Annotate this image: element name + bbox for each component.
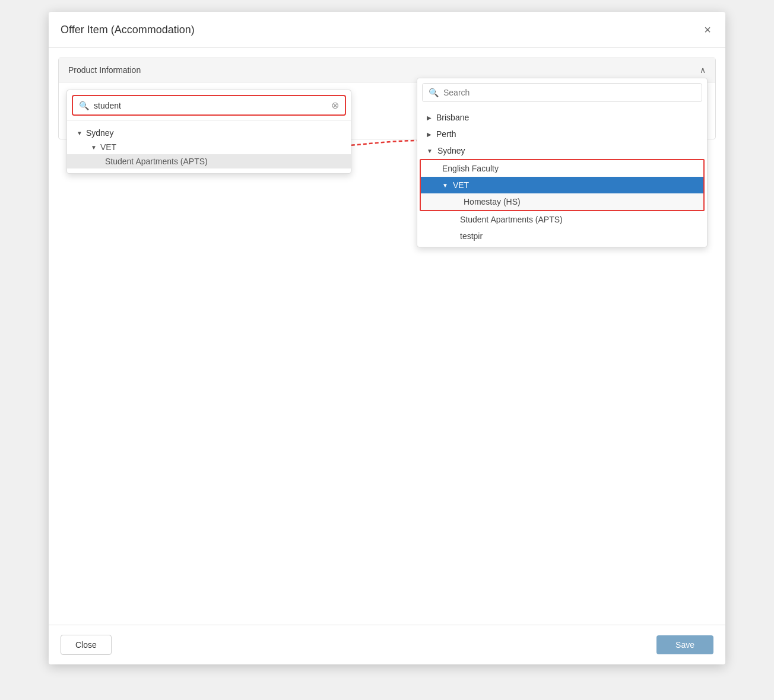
left-tree-sydney[interactable]: ▼ Sydney	[67, 126, 351, 140]
brisbane-label: Brisbane	[436, 113, 469, 122]
save-button[interactable]: Save	[656, 635, 713, 654]
modal-body: Product Information ∧ *Product ▾ 🔍 ⊗	[49, 48, 725, 625]
search-icon-right: 🔍	[429, 88, 439, 97]
vet-label-right: VET	[453, 180, 469, 190]
right-search-box: 🔍	[422, 83, 702, 102]
collapse-icon[interactable]: ∧	[700, 65, 706, 75]
right-tree-perth[interactable]: ▶ Perth	[417, 126, 707, 142]
right-tree-sydney[interactable]: ▼ Sydney	[417, 142, 707, 159]
vet-arrow-right: ▼	[442, 182, 448, 189]
right-search-input[interactable]	[443, 88, 696, 97]
right-tree-testpir[interactable]: testpir	[417, 228, 707, 244]
modal-title: Offer Item (Accommodation)	[61, 24, 195, 36]
close-button[interactable]: Close	[61, 635, 112, 655]
left-dropdown: 🔍 ⊗ ▼ Sydney ▼ VET Student Apartments (A…	[66, 90, 351, 174]
left-tree-student-apts[interactable]: Student Apartments (APTS)	[67, 154, 351, 168]
highlighted-section: English Faculty ▼ VET Homestay (HS)	[420, 159, 705, 211]
left-tree-vet[interactable]: ▼ VET	[67, 140, 351, 154]
perth-label: Perth	[436, 129, 456, 139]
sydney-label-right: Sydney	[437, 146, 465, 155]
left-search-box: 🔍 ⊗	[72, 95, 346, 116]
right-tree-english-faculty[interactable]: English Faculty	[421, 160, 703, 177]
perth-arrow: ▶	[427, 131, 432, 138]
left-tree: ▼ Sydney ▼ VET Student Apartments (APTS)	[67, 121, 351, 173]
vet-arrow-left: ▼	[91, 144, 97, 151]
left-search-wrapper: 🔍 ⊗	[67, 90, 351, 121]
brisbane-arrow: ▶	[427, 114, 432, 121]
search-icon-left: 🔍	[79, 101, 89, 110]
modal-header: Offer Item (Accommodation) ×	[49, 12, 725, 48]
right-tree-vet-selected[interactable]: ▼ VET	[421, 177, 703, 193]
sydney-label: Sydney	[86, 128, 114, 138]
close-icon-button[interactable]: ×	[702, 21, 713, 38]
sydney-arrow-right: ▼	[427, 148, 433, 154]
modal: Offer Item (Accommodation) × Product Inf…	[49, 12, 725, 664]
right-tree: ▶ Brisbane ▶ Perth ▼ Sydney English Facu…	[417, 107, 707, 247]
sydney-arrow: ▼	[77, 130, 83, 136]
modal-footer: Close Save	[49, 625, 725, 664]
section-title: Product Information	[68, 65, 141, 75]
clear-icon[interactable]: ⊗	[331, 100, 339, 111]
vet-label-left: VET	[100, 142, 116, 152]
right-tree-student-apts[interactable]: Student Apartments (APTS)	[417, 211, 707, 228]
right-dropdown: 🔍 ▶ Brisbane ▶ Perth ▼ Sydney	[417, 78, 708, 247]
left-search-input[interactable]	[94, 101, 326, 110]
right-tree-brisbane[interactable]: ▶ Brisbane	[417, 109, 707, 126]
right-tree-homestay[interactable]: Homestay (HS)	[421, 193, 703, 210]
